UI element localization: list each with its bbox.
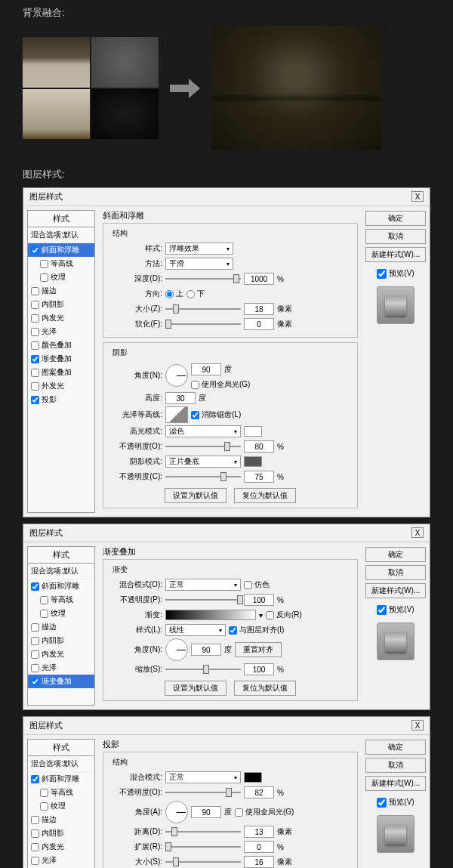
sh-opacity-input[interactable] bbox=[244, 471, 274, 483]
shadow-mode-combo[interactable]: 正片叠底▾ bbox=[165, 456, 241, 468]
gloss-contour-picker[interactable] bbox=[165, 406, 188, 423]
grad-opacity-slider[interactable] bbox=[165, 595, 241, 605]
blend-options[interactable]: 混合选项:默认 bbox=[28, 564, 94, 579]
drop-shadow-checkbox[interactable] bbox=[31, 396, 39, 404]
style-inner-glow[interactable]: 内发光 bbox=[28, 647, 94, 661]
style-texture[interactable]: 纹理 bbox=[28, 270, 94, 284]
reset-default-button[interactable]: 复位为默认值 bbox=[234, 488, 296, 503]
shadow-size-slider[interactable] bbox=[165, 857, 241, 867]
blend-options[interactable]: 混合选项:默认 bbox=[28, 756, 94, 772]
outer-glow-checkbox[interactable] bbox=[31, 382, 39, 391]
style-outer-glow[interactable]: 外发光 bbox=[28, 379, 94, 393]
soften-slider[interactable] bbox=[165, 319, 241, 329]
shadow-color-swatch[interactable] bbox=[244, 456, 262, 467]
contour-checkbox[interactable] bbox=[40, 260, 48, 268]
shadow-color-swatch[interactable] bbox=[244, 772, 262, 783]
ok-button[interactable]: 确定 bbox=[365, 211, 426, 226]
shadow-angle-dial[interactable] bbox=[165, 801, 188, 823]
sh-opacity-slider[interactable] bbox=[165, 471, 241, 482]
depth-slider[interactable] bbox=[165, 273, 241, 284]
make-default-button[interactable]: 设置为默认值 bbox=[165, 681, 226, 696]
bevel-checkbox[interactable] bbox=[31, 246, 39, 255]
ok-button[interactable]: 确定 bbox=[365, 547, 426, 562]
style-gradient-overlay[interactable]: 渐变叠加 bbox=[28, 675, 94, 688]
texture-checkbox[interactable] bbox=[40, 273, 48, 282]
inner-shadow-checkbox[interactable] bbox=[31, 301, 39, 309]
styles-header[interactable]: 样式 bbox=[28, 740, 94, 756]
styles-header[interactable]: 样式 bbox=[28, 211, 94, 227]
angle-dial[interactable] bbox=[165, 364, 188, 387]
style-texture[interactable]: 纹理 bbox=[28, 799, 94, 813]
color-overlay-checkbox[interactable] bbox=[31, 341, 39, 350]
soften-input[interactable] bbox=[244, 318, 274, 330]
highlight-mode-combo[interactable]: 滤色▾ bbox=[165, 425, 241, 437]
close-button[interactable]: X bbox=[411, 191, 424, 202]
close-button[interactable]: X bbox=[411, 720, 424, 731]
grad-angle-dial[interactable] bbox=[165, 638, 188, 661]
close-button[interactable]: X bbox=[411, 527, 424, 538]
style-satin[interactable]: 光泽 bbox=[28, 325, 94, 338]
make-default-button[interactable]: 设置为默认值 bbox=[165, 488, 226, 503]
cancel-button[interactable]: 取消 bbox=[365, 565, 426, 580]
pattern-overlay-checkbox[interactable] bbox=[31, 369, 39, 377]
style-contour[interactable]: 等高线 bbox=[28, 257, 94, 270]
style-bevel[interactable]: 斜面和浮雕 bbox=[28, 772, 94, 786]
style-stroke[interactable]: 描边 bbox=[28, 813, 94, 826]
cancel-button[interactable]: 取消 bbox=[365, 229, 426, 244]
style-satin[interactable]: 光泽 bbox=[28, 854, 94, 867]
style-color-overlay[interactable]: 颜色叠加 bbox=[28, 338, 94, 352]
size-slider[interactable] bbox=[165, 304, 241, 314]
use-global-light[interactable]: 使用全局光(G) bbox=[235, 807, 294, 817]
styles-header[interactable]: 样式 bbox=[28, 547, 94, 564]
style-inner-shadow[interactable]: 内阴影 bbox=[28, 298, 94, 311]
style-inner-glow[interactable]: 内发光 bbox=[28, 840, 94, 854]
cancel-button[interactable]: 取消 bbox=[365, 758, 426, 773]
style-stroke[interactable]: 描边 bbox=[28, 620, 94, 634]
bevel-technique-combo[interactable]: 平滑▾ bbox=[165, 258, 233, 270]
shadow-size-input[interactable] bbox=[244, 856, 274, 868]
gradient-picker[interactable] bbox=[165, 610, 256, 620]
ok-button[interactable]: 确定 bbox=[365, 740, 426, 755]
style-pattern-overlay[interactable]: 图案叠加 bbox=[28, 366, 94, 379]
spread-slider[interactable] bbox=[165, 842, 241, 852]
depth-input[interactable] bbox=[244, 273, 274, 285]
direction-up[interactable]: 上 bbox=[165, 289, 183, 299]
distance-slider[interactable] bbox=[165, 826, 241, 837]
use-global-light[interactable]: 使用全局光(G) bbox=[191, 379, 250, 390]
new-style-button[interactable]: 新建样式(W)... bbox=[365, 247, 426, 262]
gradient-overlay-checkbox[interactable] bbox=[31, 355, 39, 363]
style-texture[interactable]: 纹理 bbox=[28, 607, 94, 620]
grad-style-combo[interactable]: 线性▾ bbox=[165, 624, 226, 636]
reset-default-button[interactable]: 复位为默认值 bbox=[234, 681, 296, 696]
preview-check[interactable]: 预览(V) bbox=[377, 604, 414, 615]
grad-blend-combo[interactable]: 正常▾ bbox=[165, 579, 241, 591]
new-style-button[interactable]: 新建样式(W)... bbox=[365, 776, 426, 791]
stroke-checkbox[interactable] bbox=[31, 287, 39, 295]
inner-glow-checkbox[interactable] bbox=[31, 314, 39, 323]
size-input[interactable] bbox=[244, 303, 274, 315]
align-check[interactable]: 与图层对齐(I) bbox=[229, 625, 284, 635]
grad-scale-slider[interactable] bbox=[165, 664, 241, 675]
distance-input[interactable] bbox=[244, 826, 274, 838]
bevel-style-combo[interactable]: 浮雕效果▾ bbox=[165, 242, 233, 255]
reverse-check[interactable]: 反向(R) bbox=[266, 610, 302, 620]
chevron-down-icon[interactable]: ▾ bbox=[259, 611, 263, 619]
spread-input[interactable] bbox=[244, 841, 274, 853]
shadow-blend-combo[interactable]: 正常▾ bbox=[165, 771, 241, 783]
new-style-button[interactable]: 新建样式(W)... bbox=[365, 583, 426, 598]
style-bevel[interactable]: 斜面和浮雕 bbox=[28, 579, 94, 593]
dither-check[interactable]: 仿色 bbox=[244, 579, 270, 590]
altitude-input[interactable] bbox=[165, 392, 196, 404]
style-gradient-overlay[interactable]: 渐变叠加 bbox=[28, 352, 94, 366]
antialias-check[interactable]: 消除锯齿(L) bbox=[191, 409, 241, 420]
grad-opacity-input[interactable] bbox=[244, 594, 274, 606]
hl-opacity-input[interactable] bbox=[244, 440, 274, 453]
blend-options[interactable]: 混合选项:默认 bbox=[28, 227, 94, 243]
shadow-angle-input[interactable] bbox=[191, 806, 221, 818]
shadow-opacity-input[interactable] bbox=[244, 786, 274, 798]
style-drop-shadow[interactable]: 投影 bbox=[28, 393, 94, 406]
hl-opacity-slider[interactable] bbox=[165, 441, 241, 452]
style-inner-glow[interactable]: 内发光 bbox=[28, 311, 94, 325]
grad-scale-input[interactable] bbox=[244, 663, 274, 675]
grad-angle-input[interactable] bbox=[191, 644, 221, 656]
